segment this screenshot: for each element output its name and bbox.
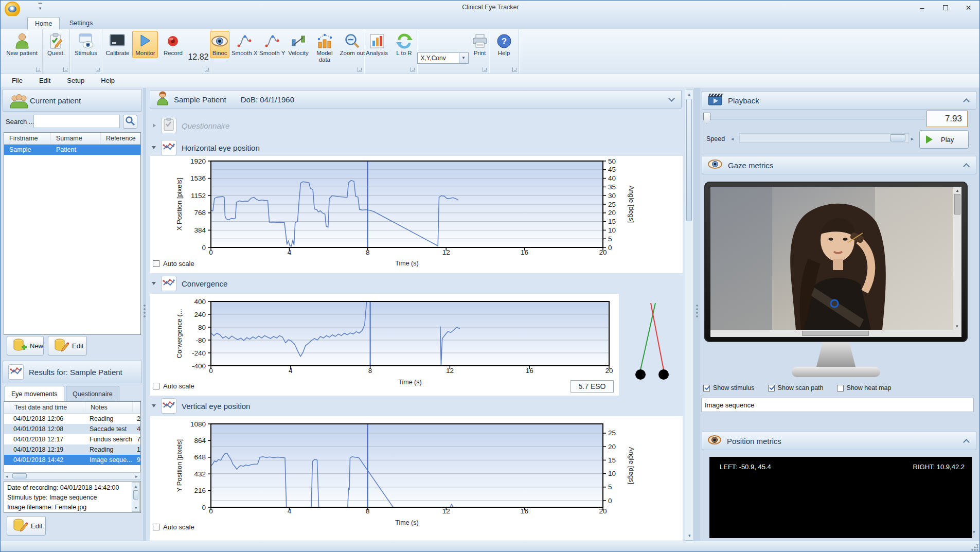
checkbox-box[interactable]	[837, 385, 844, 391]
new-patient-db-button[interactable]: New	[7, 336, 44, 355]
quest--button[interactable]: Quest.	[43, 31, 69, 58]
column-header-firstname[interactable]: Firstname	[4, 133, 51, 144]
scroll-thumb[interactable]	[133, 490, 138, 500]
minimize-button[interactable]: –	[911, 1, 934, 15]
speed-left-arrow-icon[interactable]: ◂	[731, 136, 734, 141]
gaze-metrics-header[interactable]: Gaze metrics	[702, 156, 976, 174]
new-patient-button[interactable]: New patient	[9, 31, 35, 58]
stimulus-type-field[interactable]	[701, 398, 974, 412]
horizontal-eye-position-chart[interactable]: 1920153611527683840504540353025201510500…	[150, 156, 683, 273]
edit-patient-db-button[interactable]: Edit	[48, 336, 87, 355]
quick-access-chevron-icon[interactable]: ▔▾	[37, 5, 44, 11]
binoc-button[interactable]: Binoc	[210, 31, 229, 58]
smooth-y-button[interactable]: Smooth Y	[259, 31, 285, 58]
app-eye-icon[interactable]	[5, 2, 20, 17]
resize-grip-icon[interactable]	[971, 544, 978, 551]
results-column-header[interactable]: Notes	[85, 402, 133, 413]
results-column-header[interactable]	[133, 402, 140, 413]
checkbox-box[interactable]	[153, 524, 159, 530]
checkbox-box[interactable]	[768, 385, 775, 391]
analysis-button[interactable]: Analysis	[364, 31, 389, 58]
scroll-down-icon[interactable]: ▾	[135, 505, 137, 510]
combo-value[interactable]: X,Y,Conv	[417, 52, 459, 64]
checkbox-show-stimulus[interactable]: Show stimulus	[703, 384, 755, 391]
patient-header-bar[interactable]: Sample Patient DoB: 04/1/1960	[150, 90, 682, 109]
timeline-track[interactable]	[706, 119, 925, 119]
right-splitter[interactable]	[694, 88, 700, 542]
checkbox-show-heat-map[interactable]: Show heat map	[837, 384, 892, 391]
chevron-up-icon[interactable]	[963, 163, 970, 170]
scroll-down-icon[interactable]: ▾	[956, 324, 958, 329]
calibrate-button[interactable]: Calibrate	[104, 31, 130, 58]
scroll-down-icon[interactable]: ▾	[688, 533, 691, 538]
current-patient-header[interactable]: Current patient	[3, 89, 142, 112]
zoom-out-button[interactable]: Zoom out	[340, 31, 365, 58]
results-header[interactable]: Results for: Sample Patient	[3, 361, 142, 383]
search-button[interactable]	[123, 115, 137, 129]
patient-row[interactable]: SamplePatient	[4, 145, 140, 155]
chevron-down-icon[interactable]	[668, 95, 675, 102]
results-tab-eye-movements[interactable]: Eye movements	[5, 386, 64, 401]
dialog-launcher-icon[interactable]	[96, 67, 100, 72]
auto-scale-checkbox[interactable]: Auto scale	[153, 260, 194, 268]
speed-thumb[interactable]	[890, 134, 905, 141]
scroll-thumb[interactable]	[12, 473, 27, 478]
playback-header[interactable]: Playback	[702, 91, 976, 110]
expand-right-icon[interactable]	[153, 123, 156, 128]
auto-scale-checkbox[interactable]: Auto scale	[153, 523, 194, 531]
menu-help[interactable]: Help	[95, 74, 121, 87]
scroll-thumb[interactable]	[954, 194, 960, 215]
stimulus-button[interactable]: Stimulus	[73, 31, 99, 58]
scroll-up-icon[interactable]: ▴	[953, 188, 961, 193]
help-button[interactable]: ?Help	[491, 31, 517, 58]
record-button[interactable]: Record	[160, 31, 186, 58]
model-data-button[interactable]: Model data	[312, 31, 337, 65]
combo-dropdown-icon[interactable]: ▼	[459, 52, 469, 64]
play-button[interactable]: Play	[919, 130, 969, 149]
checkbox-box[interactable]	[153, 383, 159, 389]
column-header-reference[interactable]: Reference	[101, 133, 140, 144]
speed-slider[interactable]	[739, 133, 909, 143]
dialog-launcher-icon[interactable]	[483, 67, 487, 72]
section-horizontal-eye-position[interactable]: Horizontal eye position	[152, 138, 666, 157]
results-column-header[interactable]: Test date and time	[9, 402, 85, 413]
vertical-eye-position-chart[interactable]: 108086464843221602520151050048121620Y Po…	[150, 416, 683, 542]
test-row[interactable]: 04/01/2018 12:06Reading2	[4, 414, 140, 424]
checkbox-box[interactable]	[153, 260, 159, 267]
smooth-x-button[interactable]: Smooth X	[231, 31, 257, 58]
dialog-launcher-icon[interactable]	[358, 67, 362, 72]
main-v-scrollbar[interactable]: ▴ ▾	[685, 89, 693, 541]
scroll-up-icon[interactable]: ▴	[685, 92, 693, 97]
convergence-chart[interactable]: 40024080-80-240-400048121620Convergence …	[150, 294, 619, 396]
edit-recording-button[interactable]: Edit	[7, 516, 46, 536]
menu-setup[interactable]: Setup	[61, 74, 91, 87]
stimulus-v-scrollbar[interactable]: ▴ ▾	[953, 187, 961, 330]
results-tab-questionnaire[interactable]: Questionnaire	[66, 386, 119, 401]
test-row[interactable]: 04/01/2018 12:08Saccade test4	[4, 424, 140, 434]
search-input[interactable]	[33, 115, 120, 128]
checkbox-box[interactable]	[703, 385, 710, 391]
close-button[interactable]: ✕	[957, 1, 980, 15]
dialog-launcher-icon[interactable]	[411, 67, 415, 72]
position-metrics-header[interactable]: Position metrics	[702, 432, 976, 450]
collapse-down-icon[interactable]	[152, 146, 156, 149]
plot-mode-combo[interactable]: X,Y,Conv▼	[417, 52, 469, 64]
tab-settings[interactable]: Settings	[62, 17, 100, 29]
scroll-right-icon[interactable]: ▸	[135, 474, 138, 479]
dialog-launcher-icon[interactable]	[63, 67, 68, 72]
scroll-up-icon[interactable]: ▴	[132, 484, 139, 489]
maximize-button[interactable]	[934, 1, 957, 15]
results-table[interactable]: Test date and timeNotes04/01/2018 12:06R…	[4, 401, 141, 479]
monitor-button[interactable]: Monitor	[132, 31, 158, 58]
test-row[interactable]: 04/01/2018 12:19Reading1	[4, 444, 140, 455]
panel-scroll-down-icon[interactable]: ▾	[973, 529, 975, 535]
section-convergence[interactable]: Convergence	[152, 274, 666, 293]
l-to-r-button[interactable]: L to R	[391, 31, 417, 58]
scroll-thumb[interactable]	[686, 99, 692, 221]
dialog-launcher-icon[interactable]	[36, 67, 41, 72]
chevron-up-icon[interactable]	[963, 439, 970, 446]
menu-edit[interactable]: Edit	[33, 74, 57, 87]
stimulus-h-scrollbar[interactable]	[710, 330, 961, 337]
collapse-down-icon[interactable]	[152, 282, 156, 285]
print-button[interactable]: Print	[471, 31, 489, 58]
